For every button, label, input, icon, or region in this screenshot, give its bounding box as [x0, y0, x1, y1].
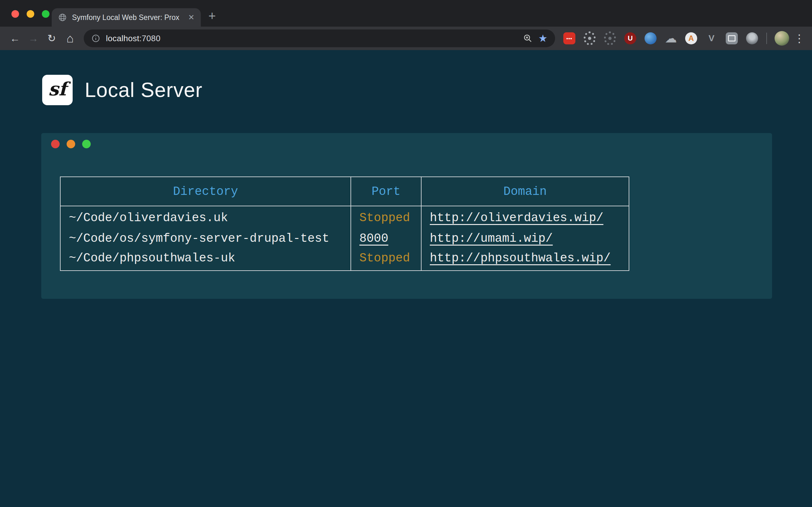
github-octocat-icon[interactable] — [746, 32, 758, 44]
toolbar-separator — [766, 33, 767, 44]
reload-button[interactable]: ↻ — [43, 29, 61, 48]
tab-title: Symfony Local Web Server: Prox — [72, 13, 183, 22]
directory-cell: ~/Code/os/symfony-server-drupal-test — [60, 228, 351, 249]
close-window-button[interactable] — [11, 10, 19, 18]
domain-link[interactable]: http://phpsouthwales.wip/ — [430, 251, 611, 265]
column-header-domain: Domain — [421, 177, 629, 206]
port-link[interactable]: 8000 — [359, 232, 388, 245]
bookmark-star-icon[interactable]: ★ — [538, 33, 548, 43]
column-header-directory: Directory — [60, 177, 351, 206]
browser-tab[interactable]: Symfony Local Web Server: Prox ✕ — [52, 8, 201, 26]
extensions-bar: ••• U ☁ A V — [560, 32, 762, 44]
page-content: sf Local Server Directory Port Domain — [0, 50, 812, 507]
table-row: ~/Code/oliverdavies.uk Stopped http://ol… — [60, 206, 629, 228]
url-port: :7080 — [139, 34, 160, 43]
extension-cloud-icon[interactable]: ☁ — [665, 32, 677, 44]
url-text[interactable]: localhost:7080 — [106, 34, 160, 43]
vue-devtools-icon[interactable]: V — [705, 32, 717, 44]
ublock-origin-icon[interactable]: U — [624, 32, 636, 44]
page-title: Local Server — [85, 78, 202, 102]
brand-header: sf Local Server — [0, 50, 812, 105]
directory-cell: ~/Code/oliverdavies.uk — [60, 206, 351, 228]
domain-link[interactable]: http://umami.wip/ — [430, 232, 553, 245]
home-button[interactable]: ⌂ — [61, 29, 79, 48]
browser-window: Symfony Local Web Server: Prox ✕ + ← → ↻… — [0, 0, 812, 507]
extension-gray-app-icon[interactable] — [726, 32, 738, 44]
zoom-icon[interactable] — [523, 34, 532, 43]
domain-link[interactable]: http://oliverdavies.wip/ — [430, 211, 603, 225]
url-host: localhost — [106, 34, 139, 43]
back-button[interactable]: ← — [6, 29, 24, 48]
column-header-port: Port — [351, 177, 421, 206]
site-info-icon[interactable] — [91, 34, 100, 43]
extension-red-dots-icon[interactable]: ••• — [563, 32, 575, 44]
servers-table: Directory Port Domain ~/Code/oliverdavie… — [60, 176, 629, 271]
extension-blue-circle-icon[interactable] — [645, 32, 657, 44]
extension-gear-dark-icon[interactable] — [604, 32, 616, 44]
terminal-panel: Directory Port Domain ~/Code/oliverdavie… — [41, 133, 772, 299]
new-tab-button[interactable]: + — [208, 9, 216, 22]
table-row: ~/Code/phpsouthwales-uk Stopped http://p… — [60, 249, 629, 271]
table-row: ~/Code/os/symfony-server-drupal-test 800… — [60, 228, 629, 249]
profile-avatar[interactable] — [774, 31, 789, 46]
symfony-logo-glyph: sf — [48, 78, 67, 100]
extension-gear-light-icon[interactable] — [583, 32, 596, 44]
browser-menu-icon[interactable]: ⋮ — [792, 32, 806, 45]
browser-toolbar: ← → ↻ ⌂ localhost:7080 ★ ••• U — [0, 26, 812, 50]
panel-window-dots — [41, 133, 772, 148]
directory-cell: ~/Code/phpsouthwales-uk — [60, 249, 351, 271]
zoom-window-button[interactable] — [42, 10, 49, 18]
port-status: Stopped — [359, 251, 410, 265]
port-status: Stopped — [359, 211, 410, 225]
panel-dot-red — [51, 140, 60, 148]
panel-dot-orange — [67, 140, 75, 148]
tab-strip: Symfony Local Web Server: Prox ✕ + — [0, 0, 812, 26]
tab-close-icon[interactable]: ✕ — [188, 14, 194, 21]
globe-favicon-icon — [58, 13, 67, 22]
minimize-window-button[interactable] — [27, 10, 34, 18]
extension-letter-a-icon[interactable]: A — [685, 32, 697, 44]
symfony-logo: sf — [42, 75, 72, 105]
forward-button[interactable]: → — [24, 29, 43, 48]
address-bar[interactable]: localhost:7080 ★ — [84, 30, 555, 47]
table-header-row: Directory Port Domain — [60, 177, 629, 206]
panel-dot-green — [82, 140, 91, 148]
window-controls — [11, 10, 49, 18]
